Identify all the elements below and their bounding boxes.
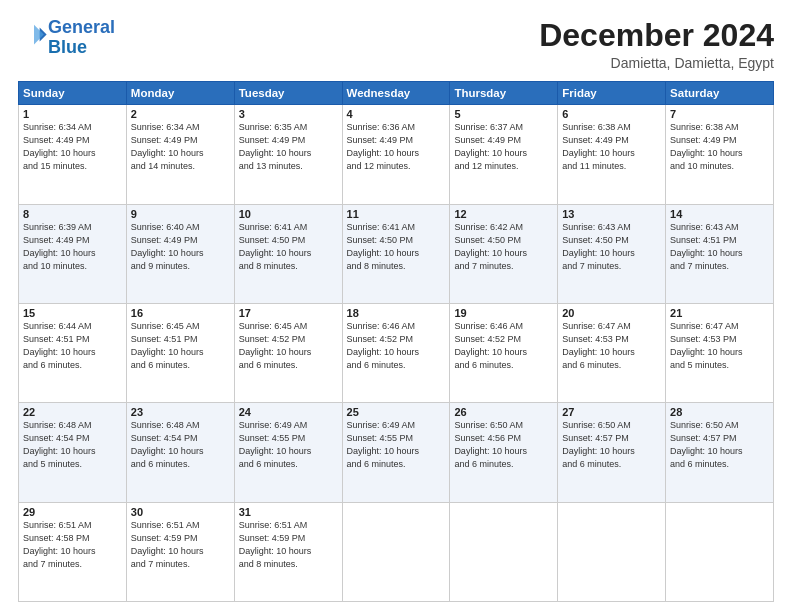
calendar-cell: 20Sunrise: 6:47 AMSunset: 4:53 PMDayligh…	[558, 303, 666, 402]
day-number: 18	[347, 307, 446, 319]
calendar-cell: 31Sunrise: 6:51 AMSunset: 4:59 PMDayligh…	[234, 502, 342, 601]
calendar-cell: 29Sunrise: 6:51 AMSunset: 4:58 PMDayligh…	[19, 502, 127, 601]
calendar-cell: 13Sunrise: 6:43 AMSunset: 4:50 PMDayligh…	[558, 204, 666, 303]
calendar-cell: 18Sunrise: 6:46 AMSunset: 4:52 PMDayligh…	[342, 303, 450, 402]
day-number: 6	[562, 108, 661, 120]
day-info: Sunrise: 6:48 AMSunset: 4:54 PMDaylight:…	[23, 419, 122, 471]
calendar-cell	[342, 502, 450, 601]
calendar-cell: 14Sunrise: 6:43 AMSunset: 4:51 PMDayligh…	[666, 204, 774, 303]
day-info: Sunrise: 6:37 AMSunset: 4:49 PMDaylight:…	[454, 121, 553, 173]
logo: General Blue	[18, 18, 115, 58]
day-number: 13	[562, 208, 661, 220]
calendar-header-row: SundayMondayTuesdayWednesdayThursdayFrid…	[19, 82, 774, 105]
calendar-body: 1Sunrise: 6:34 AMSunset: 4:49 PMDaylight…	[19, 105, 774, 602]
day-info: Sunrise: 6:39 AMSunset: 4:49 PMDaylight:…	[23, 221, 122, 273]
title-block: December 2024 Damietta, Damietta, Egypt	[539, 18, 774, 71]
day-info: Sunrise: 6:34 AMSunset: 4:49 PMDaylight:…	[131, 121, 230, 173]
day-info: Sunrise: 6:36 AMSunset: 4:49 PMDaylight:…	[347, 121, 446, 173]
day-info: Sunrise: 6:48 AMSunset: 4:54 PMDaylight:…	[131, 419, 230, 471]
calendar-cell	[450, 502, 558, 601]
day-info: Sunrise: 6:35 AMSunset: 4:49 PMDaylight:…	[239, 121, 338, 173]
week-row-2: 8Sunrise: 6:39 AMSunset: 4:49 PMDaylight…	[19, 204, 774, 303]
day-number: 3	[239, 108, 338, 120]
calendar-cell: 1Sunrise: 6:34 AMSunset: 4:49 PMDaylight…	[19, 105, 127, 204]
header: General Blue December 2024 Damietta, Dam…	[18, 18, 774, 71]
day-number: 31	[239, 506, 338, 518]
day-info: Sunrise: 6:41 AMSunset: 4:50 PMDaylight:…	[239, 221, 338, 273]
day-info: Sunrise: 6:50 AMSunset: 4:56 PMDaylight:…	[454, 419, 553, 471]
calendar-cell: 19Sunrise: 6:46 AMSunset: 4:52 PMDayligh…	[450, 303, 558, 402]
day-number: 19	[454, 307, 553, 319]
calendar-cell: 15Sunrise: 6:44 AMSunset: 4:51 PMDayligh…	[19, 303, 127, 402]
day-number: 2	[131, 108, 230, 120]
day-number: 8	[23, 208, 122, 220]
day-info: Sunrise: 6:51 AMSunset: 4:58 PMDaylight:…	[23, 519, 122, 571]
calendar-cell: 28Sunrise: 6:50 AMSunset: 4:57 PMDayligh…	[666, 403, 774, 502]
day-info: Sunrise: 6:45 AMSunset: 4:51 PMDaylight:…	[131, 320, 230, 372]
calendar-cell: 17Sunrise: 6:45 AMSunset: 4:52 PMDayligh…	[234, 303, 342, 402]
calendar-cell: 16Sunrise: 6:45 AMSunset: 4:51 PMDayligh…	[126, 303, 234, 402]
day-number: 9	[131, 208, 230, 220]
day-header-wednesday: Wednesday	[342, 82, 450, 105]
calendar-cell	[558, 502, 666, 601]
day-info: Sunrise: 6:49 AMSunset: 4:55 PMDaylight:…	[239, 419, 338, 471]
calendar-cell: 4Sunrise: 6:36 AMSunset: 4:49 PMDaylight…	[342, 105, 450, 204]
calendar-cell: 21Sunrise: 6:47 AMSunset: 4:53 PMDayligh…	[666, 303, 774, 402]
day-number: 23	[131, 406, 230, 418]
day-number: 25	[347, 406, 446, 418]
day-number: 4	[347, 108, 446, 120]
day-info: Sunrise: 6:45 AMSunset: 4:52 PMDaylight:…	[239, 320, 338, 372]
day-number: 29	[23, 506, 122, 518]
day-info: Sunrise: 6:44 AMSunset: 4:51 PMDaylight:…	[23, 320, 122, 372]
day-header-friday: Friday	[558, 82, 666, 105]
day-number: 21	[670, 307, 769, 319]
day-number: 15	[23, 307, 122, 319]
day-info: Sunrise: 6:51 AMSunset: 4:59 PMDaylight:…	[131, 519, 230, 571]
calendar-cell: 7Sunrise: 6:38 AMSunset: 4:49 PMDaylight…	[666, 105, 774, 204]
week-row-4: 22Sunrise: 6:48 AMSunset: 4:54 PMDayligh…	[19, 403, 774, 502]
day-number: 24	[239, 406, 338, 418]
logo-text: General Blue	[48, 18, 115, 58]
calendar-cell: 6Sunrise: 6:38 AMSunset: 4:49 PMDaylight…	[558, 105, 666, 204]
calendar-cell: 9Sunrise: 6:40 AMSunset: 4:49 PMDaylight…	[126, 204, 234, 303]
day-info: Sunrise: 6:38 AMSunset: 4:49 PMDaylight:…	[670, 121, 769, 173]
calendar-cell	[666, 502, 774, 601]
month-title: December 2024	[539, 18, 774, 53]
day-header-monday: Monday	[126, 82, 234, 105]
day-info: Sunrise: 6:43 AMSunset: 4:51 PMDaylight:…	[670, 221, 769, 273]
day-number: 14	[670, 208, 769, 220]
day-number: 26	[454, 406, 553, 418]
calendar-cell: 8Sunrise: 6:39 AMSunset: 4:49 PMDaylight…	[19, 204, 127, 303]
day-info: Sunrise: 6:51 AMSunset: 4:59 PMDaylight:…	[239, 519, 338, 571]
calendar-table: SundayMondayTuesdayWednesdayThursdayFrid…	[18, 81, 774, 602]
day-number: 5	[454, 108, 553, 120]
day-number: 28	[670, 406, 769, 418]
day-number: 1	[23, 108, 122, 120]
day-header-sunday: Sunday	[19, 82, 127, 105]
day-number: 30	[131, 506, 230, 518]
calendar-cell: 3Sunrise: 6:35 AMSunset: 4:49 PMDaylight…	[234, 105, 342, 204]
calendar-cell: 25Sunrise: 6:49 AMSunset: 4:55 PMDayligh…	[342, 403, 450, 502]
calendar-cell: 27Sunrise: 6:50 AMSunset: 4:57 PMDayligh…	[558, 403, 666, 502]
day-header-tuesday: Tuesday	[234, 82, 342, 105]
day-info: Sunrise: 6:40 AMSunset: 4:49 PMDaylight:…	[131, 221, 230, 273]
calendar-cell: 11Sunrise: 6:41 AMSunset: 4:50 PMDayligh…	[342, 204, 450, 303]
day-info: Sunrise: 6:38 AMSunset: 4:49 PMDaylight:…	[562, 121, 661, 173]
day-info: Sunrise: 6:42 AMSunset: 4:50 PMDaylight:…	[454, 221, 553, 273]
calendar-cell: 23Sunrise: 6:48 AMSunset: 4:54 PMDayligh…	[126, 403, 234, 502]
day-number: 11	[347, 208, 446, 220]
calendar-cell: 2Sunrise: 6:34 AMSunset: 4:49 PMDaylight…	[126, 105, 234, 204]
calendar-cell: 5Sunrise: 6:37 AMSunset: 4:49 PMDaylight…	[450, 105, 558, 204]
day-info: Sunrise: 6:34 AMSunset: 4:49 PMDaylight:…	[23, 121, 122, 173]
day-header-saturday: Saturday	[666, 82, 774, 105]
calendar-cell: 22Sunrise: 6:48 AMSunset: 4:54 PMDayligh…	[19, 403, 127, 502]
svg-marker-1	[34, 25, 44, 45]
day-info: Sunrise: 6:49 AMSunset: 4:55 PMDaylight:…	[347, 419, 446, 471]
day-number: 16	[131, 307, 230, 319]
day-number: 27	[562, 406, 661, 418]
day-number: 17	[239, 307, 338, 319]
week-row-3: 15Sunrise: 6:44 AMSunset: 4:51 PMDayligh…	[19, 303, 774, 402]
page: General Blue December 2024 Damietta, Dam…	[0, 0, 792, 612]
day-info: Sunrise: 6:46 AMSunset: 4:52 PMDaylight:…	[347, 320, 446, 372]
day-info: Sunrise: 6:50 AMSunset: 4:57 PMDaylight:…	[670, 419, 769, 471]
